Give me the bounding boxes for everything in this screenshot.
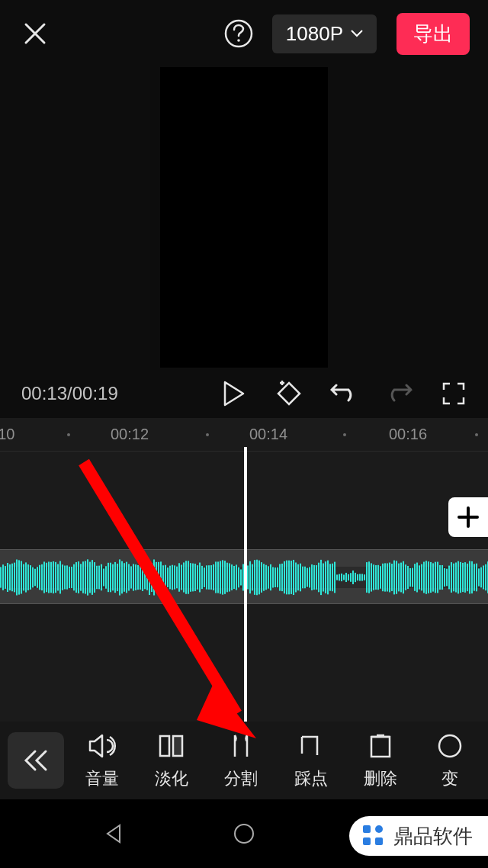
svg-rect-102: [226, 563, 228, 593]
svg-rect-83: [183, 562, 185, 592]
chevron-down-icon: [351, 30, 363, 37]
svg-rect-118: [263, 564, 265, 590]
svg-rect-100: [222, 560, 223, 594]
resolution-select[interactable]: 1080P: [272, 14, 377, 53]
tool-change[interactable]: 变: [419, 731, 480, 790]
nav-back-button[interactable]: [97, 817, 130, 850]
svg-rect-14: [25, 562, 27, 592]
svg-rect-186: [419, 565, 420, 589]
svg-rect-146: [327, 561, 329, 595]
svg-rect-10: [16, 560, 18, 596]
svg-rect-15: [27, 564, 29, 590]
keyframe-button[interactable]: [273, 378, 305, 410]
svg-rect-58: [126, 562, 127, 593]
svg-rect-89: [197, 565, 198, 590]
tool-volume[interactable]: 音量: [72, 731, 133, 790]
svg-rect-20: [39, 565, 40, 590]
redo-button[interactable]: [383, 378, 415, 410]
svg-rect-17: [32, 567, 34, 588]
svg-rect-192: [432, 563, 434, 591]
svg-rect-168: [377, 565, 379, 590]
svg-rect-57: [124, 563, 125, 592]
svg-rect-76: [167, 567, 169, 587]
svg-rect-41: [87, 559, 88, 595]
help-button[interactable]: [222, 17, 255, 50]
svg-rect-203: [458, 561, 459, 594]
svg-rect-148: [332, 564, 333, 591]
circle-home-icon: [233, 822, 255, 845]
svg-rect-34: [71, 567, 72, 588]
change-icon: [435, 731, 465, 761]
svg-rect-108: [240, 570, 242, 586]
playhead[interactable]: [244, 447, 247, 722]
svg-rect-151: [339, 574, 340, 581]
svg-rect-88: [194, 564, 196, 591]
svg-rect-112: [249, 561, 251, 593]
nav-home-button[interactable]: [227, 817, 261, 850]
svg-rect-167: [375, 565, 377, 590]
svg-rect-62: [135, 564, 136, 590]
svg-rect-28: [57, 564, 59, 591]
svg-rect-155: [348, 574, 349, 580]
svg-rect-131: [293, 560, 294, 595]
svg-rect-138: [309, 567, 310, 587]
svg-rect-130: [291, 561, 292, 594]
svg-rect-111: [247, 565, 249, 589]
tool-fade[interactable]: 淡化: [141, 731, 202, 790]
svg-rect-215: [485, 564, 486, 590]
tool-label: 删除: [364, 767, 397, 790]
svg-rect-162: [364, 574, 365, 580]
svg-rect-21: [41, 564, 43, 590]
preview-frame[interactable]: [160, 67, 328, 368]
svg-rect-202: [455, 562, 457, 592]
undo-button[interactable]: [328, 378, 360, 410]
play-button[interactable]: [218, 378, 250, 410]
svg-rect-124: [277, 567, 278, 587]
svg-rect-38: [80, 564, 82, 590]
svg-rect-103: [229, 563, 230, 591]
svg-rect-94: [208, 565, 210, 590]
svg-rect-140: [313, 565, 315, 590]
svg-rect-9: [14, 563, 15, 593]
svg-rect-27: [55, 562, 56, 593]
svg-rect-156: [350, 573, 352, 582]
svg-rect-39: [82, 561, 84, 593]
close-button[interactable]: [18, 17, 52, 50]
svg-rect-135: [302, 567, 303, 589]
svg-rect-40: [85, 561, 86, 593]
svg-rect-73: [160, 561, 162, 593]
svg-rect-175: [393, 561, 395, 595]
svg-rect-8: [11, 564, 13, 591]
svg-rect-201: [453, 564, 454, 592]
tool-label: 踩点: [294, 767, 328, 790]
fullscreen-button[interactable]: [438, 378, 470, 410]
svg-rect-196: [441, 565, 443, 590]
bottom-toolbar: 音量 淡化 分割 踩点 删除 变: [0, 722, 488, 799]
export-button[interactable]: 导出: [396, 13, 470, 55]
triangle-back-icon: [103, 823, 124, 844]
svg-rect-121: [270, 564, 271, 590]
svg-point-1: [237, 39, 240, 42]
svg-rect-64: [140, 565, 141, 590]
tool-split[interactable]: 分割: [210, 731, 271, 790]
svg-rect-129: [288, 561, 290, 595]
add-clip-button[interactable]: [448, 497, 488, 537]
svg-rect-31: [64, 566, 66, 590]
svg-rect-33: [69, 567, 70, 588]
tool-delete[interactable]: 删除: [350, 731, 411, 790]
keyframe-icon: [274, 378, 304, 409]
svg-rect-149: [334, 562, 336, 593]
svg-rect-125: [279, 564, 281, 590]
svg-rect-227: [375, 837, 383, 845]
svg-rect-224: [363, 825, 371, 833]
ruler-dot: [475, 433, 478, 436]
ruler-tick: 0:10: [0, 426, 14, 443]
toolbar-back-button[interactable]: [8, 732, 64, 789]
svg-rect-74: [162, 565, 164, 589]
timeline[interactable]: [0, 452, 488, 722]
tool-beat[interactable]: 踩点: [281, 731, 342, 790]
svg-rect-46: [98, 566, 100, 590]
svg-rect-206: [464, 562, 466, 593]
svg-rect-178: [400, 563, 402, 593]
preview-area: [0, 67, 488, 369]
